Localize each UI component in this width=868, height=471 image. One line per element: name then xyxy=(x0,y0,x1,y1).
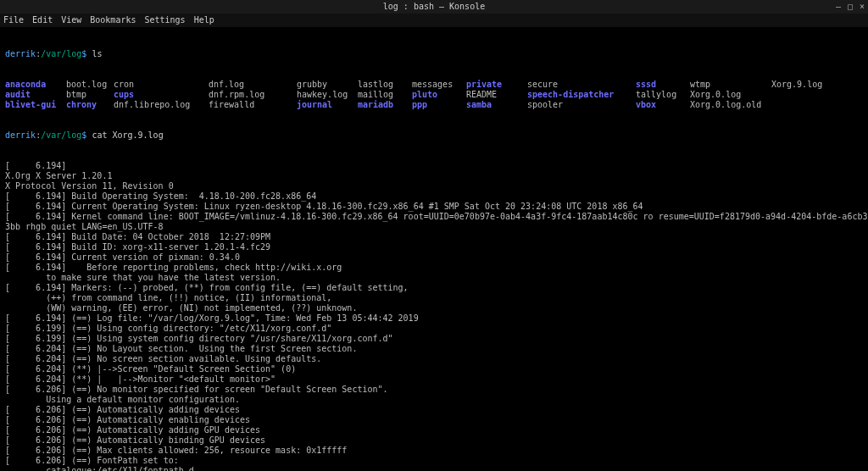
log-line: [ 6.206] (==) FontPath set to: xyxy=(5,456,863,466)
ls-entry: cron xyxy=(114,80,209,90)
log-line: X.Org X Server 1.20.1 xyxy=(5,171,863,181)
log-line: [ 6.194] Build Operating System: 4.18.10… xyxy=(5,191,863,202)
log-line: [ 6.206] (==) Automatically adding devic… xyxy=(5,405,863,415)
ls-entry: dnf.log xyxy=(209,80,297,90)
ls-entry: pluto xyxy=(412,90,466,100)
ls-entry: speech-dispatcher xyxy=(527,90,636,100)
close-button[interactable]: × xyxy=(860,2,865,12)
menu-help[interactable]: Help xyxy=(194,15,214,25)
ls-entry xyxy=(771,100,853,110)
log-line: [ 6.206] (==) Max clients allowed: 256, … xyxy=(5,446,863,456)
log-line: (WW) warning, (EE) error, (NI) not imple… xyxy=(5,303,863,313)
menubar: File Edit View Bookmarks Settings Help xyxy=(0,14,868,27)
log-line: [ 6.204] (==) No Layout section. Using t… xyxy=(5,344,863,354)
log-line: [ 6.194] Before reporting problems, chec… xyxy=(5,263,863,273)
ls-entry: wtmp xyxy=(690,80,771,90)
prompt-path: /var/log xyxy=(41,130,81,140)
log-line: to make sure that you have the latest ve… xyxy=(5,273,863,283)
prompt-user: derrik xyxy=(5,130,36,140)
ls-entry: messages xyxy=(412,80,466,90)
ls-entry: blivet-gui xyxy=(5,100,66,110)
log-line: X Protocol Version 11, Revision 0 xyxy=(5,181,863,191)
ls-entry: samba xyxy=(466,100,527,110)
prompt-user: derrik xyxy=(5,49,36,58)
ls-output: anacondaboot.logcrondnf.loggrubbylastlog… xyxy=(5,80,863,110)
ls-entry: mariadb xyxy=(358,100,412,110)
prompt-path: /var/log xyxy=(41,49,81,58)
log-line: [ 6.206] (==) No monitor specified for s… xyxy=(5,385,863,395)
prompt-line-1: derrik:/var/log$ ls xyxy=(5,49,863,59)
menu-settings[interactable]: Settings xyxy=(144,15,185,25)
ls-entry: hawkey.log xyxy=(297,90,358,100)
log-line: [ 6.204] (**) |-->Screen "Default Screen… xyxy=(5,364,863,374)
ls-entry: dnf.librepo.log xyxy=(114,100,209,110)
ls-entry: spooler xyxy=(527,100,636,110)
terminal[interactable]: derrik:/var/log$ ls anacondaboot.logcron… xyxy=(0,27,868,471)
log-output: [ 6.194]X.Org X Server 1.20.1X Protocol … xyxy=(5,161,863,471)
menu-bookmarks[interactable]: Bookmarks xyxy=(90,15,136,25)
log-line: [ 6.206] (==) Automatically binding GPU … xyxy=(5,435,863,446)
ls-entry: boot.log xyxy=(66,80,114,90)
log-line: (++) from command line, (!!) notice, (II… xyxy=(5,293,863,303)
window-controls: — □ × xyxy=(836,2,865,12)
ls-entry: grubby xyxy=(297,80,358,90)
menu-edit[interactable]: Edit xyxy=(32,15,53,25)
ls-entry: chrony xyxy=(66,100,114,110)
prompt-line-2: derrik:/var/log$ cat Xorg.9.log xyxy=(5,130,863,141)
prompt-end: $ xyxy=(81,130,92,140)
ls-entry: btmp xyxy=(66,90,114,100)
ls-entry: vbox xyxy=(636,100,690,110)
log-line: [ 6.194] Kernel command line: BOOT_IMAGE… xyxy=(5,212,863,222)
ls-entry: dnf.rpm.log xyxy=(209,90,297,100)
ls-entry: Xorg.9.log xyxy=(771,80,853,90)
ls-entry: Xorg.0.log xyxy=(690,90,771,100)
log-line: [ 6.199] (==) Using system config direct… xyxy=(5,334,863,344)
ls-entry: lastlog xyxy=(358,80,412,90)
ls-entry: audit xyxy=(5,90,66,100)
log-line: [ 6.199] (==) Using config directory: "/… xyxy=(5,324,863,334)
log-line: [ 6.194] (==) Log file: "/var/log/Xorg.9… xyxy=(5,313,863,324)
log-line: [ 6.194] Markers: (--) probed, (**) from… xyxy=(5,283,863,293)
log-line: Using a default monitor configuration. xyxy=(5,395,863,405)
ls-entry: anaconda xyxy=(5,80,66,90)
menu-view[interactable]: View xyxy=(61,15,81,25)
ls-entry: README xyxy=(466,90,527,100)
log-line: [ 6.194] xyxy=(5,161,863,171)
menu-file[interactable]: File xyxy=(3,15,24,25)
prompt-end: $ xyxy=(81,49,92,58)
ls-entry: private xyxy=(466,80,527,90)
log-line: [ 6.204] (**) | |-->Monitor "<default mo… xyxy=(5,374,863,385)
minimize-button[interactable]: — xyxy=(836,2,841,12)
log-line: [ 6.206] (==) Automatically adding GPU d… xyxy=(5,425,863,435)
ls-entry: maillog xyxy=(358,90,412,100)
log-line: [ 6.204] (==) No screen section availabl… xyxy=(5,354,863,364)
maximize-button[interactable]: □ xyxy=(848,2,853,12)
log-line: [ 6.206] (==) Automatically enabling dev… xyxy=(5,415,863,425)
ls-entry: ppp xyxy=(412,100,466,110)
ls-entry: Xorg.0.log.old xyxy=(690,100,771,110)
ls-entry: journal xyxy=(297,100,358,110)
log-line: 3bb rhgb quiet LANG=en_US.UTF-8 xyxy=(5,222,863,232)
ls-entry: sssd xyxy=(636,80,690,90)
command-cat: cat Xorg.9.log xyxy=(92,130,163,140)
ls-entry: firewalld xyxy=(209,100,297,110)
log-line: [ 6.194] Current Operating System: Linux… xyxy=(5,202,863,212)
ls-entry xyxy=(771,90,853,100)
ls-entry: tallylog xyxy=(636,90,690,100)
log-line: catalogue:/etc/X11/fontpath.d, xyxy=(5,466,863,471)
command-ls: ls xyxy=(92,49,102,58)
log-line: [ 6.194] Build Date: 04 October 2018 12:… xyxy=(5,232,863,242)
log-line: [ 6.194] Build ID: xorg-x11-server 1.20.… xyxy=(5,242,863,252)
window-title: log : bash — Konsole xyxy=(383,2,485,12)
titlebar: log : bash — Konsole — □ × xyxy=(0,0,868,14)
ls-entry: secure xyxy=(527,80,636,90)
log-line: [ 6.194] Current version of pixman: 0.34… xyxy=(5,252,863,263)
ls-entry: cups xyxy=(114,90,209,100)
